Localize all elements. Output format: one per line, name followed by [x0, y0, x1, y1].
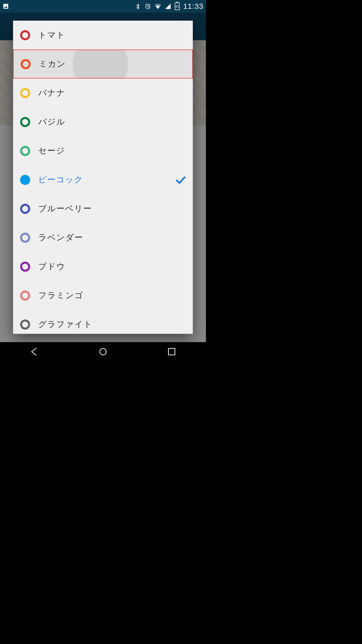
color-option[interactable]: トマト	[13, 21, 193, 50]
color-option[interactable]: ラベンダー	[13, 223, 193, 252]
color-swatch-icon	[20, 30, 30, 40]
svg-rect-1	[168, 348, 175, 355]
color-option-label: ラベンダー	[38, 232, 83, 243]
color-swatch-icon	[20, 117, 30, 127]
wifi-icon	[155, 3, 161, 10]
back-button[interactable]	[29, 346, 40, 358]
color-option[interactable]: グラファイト	[13, 310, 193, 334]
signal-icon	[165, 3, 171, 10]
home-button[interactable]	[98, 346, 109, 358]
color-swatch-icon	[20, 262, 30, 272]
color-option-label: フラミンゴ	[38, 290, 83, 301]
color-option[interactable]: セージ	[13, 136, 193, 165]
color-option-label: ブドウ	[38, 261, 65, 272]
color-option-label: セージ	[38, 145, 65, 156]
color-swatch-icon	[20, 88, 30, 98]
color-option[interactable]: フラミンゴ	[13, 281, 193, 310]
check-icon	[174, 174, 187, 186]
image-icon	[3, 3, 9, 10]
color-swatch-icon	[20, 291, 30, 301]
svg-point-0	[100, 348, 106, 355]
color-option-label: ミカン	[39, 58, 66, 70]
color-swatch-icon	[20, 233, 30, 243]
status-clock: 11:33	[183, 2, 203, 11]
recents-button[interactable]	[166, 346, 177, 358]
bluetooth-icon	[134, 3, 141, 10]
status-bar: 91 11:33	[0, 0, 206, 13]
color-swatch-icon	[20, 204, 30, 214]
color-option-label: ブルーベリー	[38, 203, 92, 214]
color-option[interactable]: ミカン	[13, 50, 193, 78]
navigation-bar	[0, 342, 206, 362]
color-option-label: バジル	[38, 116, 65, 128]
color-swatch-icon	[20, 175, 30, 185]
color-swatch-icon	[20, 146, 30, 156]
battery-icon: 91	[175, 3, 180, 10]
color-option[interactable]: ブルーベリー	[13, 194, 193, 223]
alarm-icon	[145, 3, 151, 10]
color-option-label: ピーコック	[38, 174, 83, 185]
color-option-label: トマト	[38, 29, 65, 41]
color-option[interactable]: バジル	[13, 107, 193, 136]
color-option[interactable]: バナナ	[13, 78, 193, 107]
color-option-label: グラファイト	[38, 319, 93, 330]
battery-level: 91	[175, 5, 179, 8]
color-swatch-icon	[20, 319, 30, 330]
color-option[interactable]: ピーコック	[13, 165, 193, 194]
color-option[interactable]: ブドウ	[13, 252, 193, 281]
color-option-label: バナナ	[38, 87, 65, 99]
color-picker-dialog: トマトミカンバナナバジルセージピーコックブルーベリーラベンダーブドウフラミンゴグ…	[13, 21, 193, 334]
color-swatch-icon	[21, 59, 31, 69]
device-screen: 91 11:33 トマトミカンバナナバジルセージピーコックブルーベリーラベンダー…	[0, 0, 206, 362]
